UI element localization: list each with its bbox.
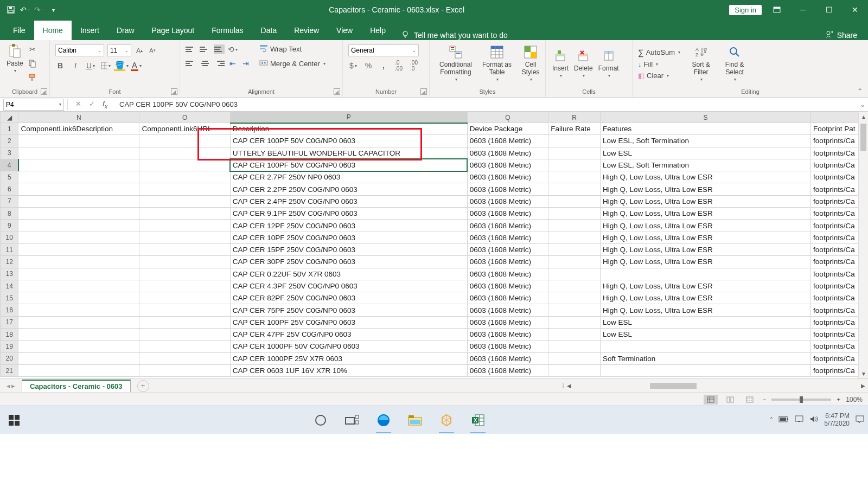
tab-file[interactable]: File: [4, 21, 34, 40]
row-header[interactable]: 2: [1, 135, 18, 147]
minimize-icon[interactable]: ─: [792, 0, 814, 20]
enter-formula-icon[interactable]: ✓: [89, 100, 95, 110]
row-header[interactable]: 21: [1, 364, 18, 376]
cell[interactable]: Low ESL: [601, 147, 811, 159]
tab-data[interactable]: Data: [252, 21, 286, 40]
row-header[interactable]: 6: [1, 183, 18, 195]
cell[interactable]: High Q, Low Loss, Ultra Low ESR: [601, 304, 811, 316]
row-header[interactable]: 17: [1, 316, 18, 328]
cell[interactable]: [548, 183, 601, 195]
sheet-nav-prev-icon[interactable]: ◂: [7, 382, 10, 390]
conditional-formatting-button[interactable]: Conditional Formatting▾: [435, 43, 476, 83]
taskbar-taskview-icon[interactable]: [342, 410, 362, 430]
cell[interactable]: [139, 208, 230, 220]
cell[interactable]: 0603 (1608 Metric): [467, 147, 548, 159]
scroll-thumb[interactable]: [650, 383, 697, 389]
cell[interactable]: [139, 280, 230, 292]
row-header[interactable]: 16: [1, 304, 18, 316]
cell[interactable]: [601, 364, 811, 376]
cell[interactable]: [548, 256, 601, 268]
orientation-icon[interactable]: ⟲▾: [228, 44, 238, 54]
cell[interactable]: 0603 (1608 Metric): [467, 243, 548, 255]
align-right-icon[interactable]: [214, 59, 225, 68]
cell[interactable]: [548, 364, 601, 376]
cell[interactable]: [18, 329, 139, 341]
cell[interactable]: CAP CER 100PF 50V C0G/NP0 0603: [230, 159, 467, 171]
cell[interactable]: [139, 232, 230, 243]
row-header[interactable]: 3: [1, 147, 18, 159]
scroll-left-icon[interactable]: ◀: [564, 381, 574, 391]
cell[interactable]: [139, 352, 230, 364]
cell[interactable]: High Q, Low Loss, Ultra Low ESR: [601, 292, 811, 304]
autosum-button[interactable]: ∑AutoSum▾: [638, 48, 680, 57]
cell[interactable]: 0603 (1608 Metric): [467, 280, 548, 292]
paste-button[interactable]: Paste ▾: [5, 42, 24, 74]
cell[interactable]: High Q, Low Loss, Ultra Low ESR: [601, 232, 811, 243]
cell[interactable]: [18, 341, 139, 352]
cell[interactable]: Features: [601, 123, 811, 135]
cell[interactable]: 0603 (1608 Metric): [467, 232, 548, 243]
row-header[interactable]: 13: [1, 268, 18, 280]
decrease-indent-icon[interactable]: ⇤: [228, 59, 238, 68]
cell[interactable]: [548, 220, 601, 232]
cell[interactable]: CAP CER 0.22UF 50V X7R 0603: [230, 268, 467, 280]
cell[interactable]: 0603 (1608 Metric): [467, 195, 548, 207]
insert-cells-button[interactable]: Insert▾: [551, 47, 570, 79]
cell[interactable]: UTTERLY BEAUTIFUL WONDERFUL CAPACITOR: [230, 147, 467, 159]
cell[interactable]: CAP CER 10PF 250V C0G/NP0 0603: [230, 232, 467, 243]
decrease-decimal-icon[interactable]: .00.0: [409, 61, 419, 70]
col-header[interactable]: S: [601, 112, 811, 123]
cell[interactable]: [18, 232, 139, 243]
align-center-icon[interactable]: [200, 59, 210, 68]
comma-icon[interactable]: ,: [379, 61, 388, 70]
cell[interactable]: High Q, Low Loss, Ultra Low ESR: [601, 280, 811, 292]
share-button[interactable]: Share: [837, 31, 857, 40]
cell[interactable]: CAP CER 12PF 250V C0G/NP0 0603: [230, 220, 467, 232]
cell[interactable]: 0603 (1608 Metric): [467, 364, 548, 376]
cell[interactable]: CAP CER 30PF 250V C0G/NP0 0603: [230, 256, 467, 268]
cell[interactable]: [139, 171, 230, 183]
font-color-icon[interactable]: A▾: [131, 61, 141, 70]
cell[interactable]: [139, 243, 230, 255]
start-button[interactable]: [0, 406, 28, 434]
scroll-thumb[interactable]: [860, 124, 866, 151]
add-sheet-button[interactable]: +: [137, 380, 149, 392]
font-size-select[interactable]: 11⌄: [107, 44, 131, 56]
cell[interactable]: [18, 183, 139, 195]
format-as-table-button[interactable]: Format as Table▾: [480, 43, 514, 83]
notifications-icon[interactable]: [855, 415, 865, 425]
cell[interactable]: 0603 (1608 Metric): [467, 329, 548, 341]
cell[interactable]: [548, 341, 601, 352]
cell[interactable]: [18, 159, 139, 171]
tab-view[interactable]: View: [328, 21, 361, 40]
row-header[interactable]: 14: [1, 280, 18, 292]
cell[interactable]: [18, 220, 139, 232]
cell[interactable]: High Q, Low Loss, Ultra Low ESR: [601, 195, 811, 207]
cell[interactable]: 0603 (1608 Metric): [467, 256, 548, 268]
cell[interactable]: [548, 135, 601, 147]
find-select-button[interactable]: Find & Select▾: [722, 43, 748, 83]
cell[interactable]: Description: [230, 123, 467, 135]
cell[interactable]: CAP CER 15PF 250V C0G/NP0 0603: [230, 243, 467, 255]
cell[interactable]: [18, 256, 139, 268]
cell[interactable]: CAP CER 1000PF 50V C0G/NP0 0603: [230, 341, 467, 352]
row-header[interactable]: 8: [1, 208, 18, 220]
col-header[interactable]: P: [230, 112, 467, 123]
cell[interactable]: [139, 159, 230, 171]
cell[interactable]: [548, 243, 601, 255]
row-header[interactable]: 18: [1, 329, 18, 341]
cell[interactable]: [18, 243, 139, 255]
accounting-icon[interactable]: $▾: [348, 61, 358, 70]
row-header[interactable]: 15: [1, 292, 18, 304]
tray-overflow-icon[interactable]: ˄: [770, 416, 773, 424]
cell[interactable]: 0603 (1608 Metric): [467, 292, 548, 304]
cell[interactable]: [139, 195, 230, 207]
cell[interactable]: [18, 147, 139, 159]
taskbar-app-icon[interactable]: [437, 410, 456, 430]
cancel-formula-icon[interactable]: ✕: [75, 100, 81, 110]
cell[interactable]: [139, 256, 230, 268]
cell[interactable]: [18, 195, 139, 207]
cell[interactable]: [548, 316, 601, 328]
font-name-select[interactable]: Calibri⌄: [55, 44, 104, 56]
cell[interactable]: Soft Termination: [601, 352, 811, 364]
